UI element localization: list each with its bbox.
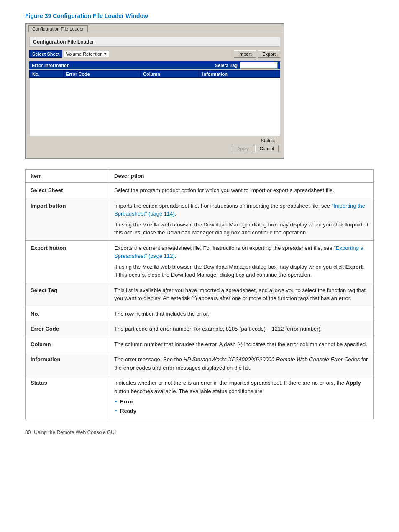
table-row: Status Indicates whether or not there is…: [26, 375, 374, 419]
select-tag-label: Select Tag: [215, 63, 238, 68]
col-header-desc: Description: [109, 170, 374, 183]
table-row: Export button Exports the current spread…: [26, 240, 374, 283]
config-body: Configuration File Loader Select Sheet V…: [26, 33, 284, 158]
status-label: Status:: [261, 138, 275, 143]
row-item-column: Column: [26, 337, 109, 352]
row-desc-select-tag: This list is available after you have im…: [109, 283, 374, 306]
error-table-body: [30, 78, 280, 136]
table-row: Information The error message. See the H…: [26, 352, 374, 375]
row-desc-status: Indicates whether or not there is an err…: [109, 375, 374, 419]
row-desc-import: Imports the edited spreadsheet file. For…: [109, 198, 374, 240]
col-header-item: Item: [26, 170, 109, 183]
row-item-export: Export button: [26, 240, 109, 283]
row-desc-column: The column number that includes the erro…: [109, 337, 374, 352]
apply-button[interactable]: Apply: [233, 145, 253, 152]
bottom-buttons: Apply Cancel: [29, 144, 280, 155]
volume-retention-dropdown[interactable]: Volume Retention ▼: [64, 51, 109, 57]
row-desc-error-code: The part code and error number; for exam…: [109, 321, 374, 337]
status-bullet-list: Error Ready: [114, 398, 368, 415]
row-desc-information: The error message. See the HP StorageWor…: [109, 352, 374, 375]
select-tag-dropdown[interactable]: ▼: [240, 62, 278, 69]
error-info-label: Error Information: [32, 63, 69, 68]
row-item-select-sheet: Select Sheet: [26, 183, 109, 198]
row-item-import: Import button: [26, 198, 109, 240]
bullet-error: Error: [114, 398, 368, 406]
row-item-error-code: Error Code: [26, 321, 109, 337]
error-table: No. Error Code Column Information: [29, 70, 280, 136]
page-footer: 80 Using the Remote Web Console GUI: [25, 429, 374, 435]
row-item-select-tag: Select Tag: [26, 283, 109, 306]
table-row: Error Code The part code and error numbe…: [26, 321, 374, 337]
export-button[interactable]: Export: [258, 50, 280, 58]
row-item-status: Status: [26, 375, 109, 419]
col-column: Column: [141, 71, 200, 78]
row-desc-select-sheet: Select the program product option for wh…: [109, 183, 374, 198]
row-desc-export: Exports the current spreadsheet file. Fo…: [109, 240, 374, 283]
dropdown-arrow-icon: ▼: [103, 52, 107, 56]
row-item-information: Information: [26, 352, 109, 375]
table-row: No. The row number that includes the err…: [26, 306, 374, 321]
status-row: Status:: [29, 136, 280, 144]
col-error-code: Error Code: [63, 71, 141, 78]
table-row: Column The column number that includes t…: [26, 337, 374, 352]
table-row: Select Tag This list is available after …: [26, 283, 374, 306]
page-number: 80: [25, 429, 31, 435]
description-table: Item Description Select Sheet Select the…: [25, 169, 374, 419]
figure-title: Figure 39 Configuration File Loader Wind…: [25, 13, 374, 19]
config-title-bar: Configuration File Loader: [26, 24, 284, 33]
table-row: Select Sheet Select the program product …: [26, 183, 374, 198]
table-row: Import button Imports the edited spreads…: [26, 198, 374, 240]
config-window: Configuration File Loader Configuration …: [25, 23, 284, 159]
select-tag-arrow-icon: ▼: [271, 63, 276, 68]
export-link[interactable]: "Exporting a Spreadsheet" (page 112): [114, 245, 363, 260]
config-header-label: Configuration File Loader: [29, 37, 280, 47]
bullet-ready: Ready: [114, 407, 368, 415]
row-item-no: No.: [26, 306, 109, 321]
import-button[interactable]: Import: [234, 50, 256, 58]
select-sheet-label: Select Sheet: [29, 50, 62, 58]
error-info-bar: Error Information Select Tag ▼: [29, 61, 280, 69]
footer-text: Using the Remote Web Console GUI: [34, 429, 116, 435]
col-no: No.: [30, 71, 64, 78]
cancel-button[interactable]: Cancel: [255, 145, 279, 152]
config-tab[interactable]: Configuration File Loader: [28, 25, 88, 32]
col-information: Information: [200, 71, 280, 78]
import-link[interactable]: "Importing the Spreadsheet" (page 114): [114, 203, 365, 217]
toolbar-row: Select Sheet Volume Retention ▼ Import E…: [29, 50, 280, 58]
error-table-container: No. Error Code Column Information: [29, 70, 280, 136]
row-desc-no: The row number that includes the error.: [109, 306, 374, 321]
